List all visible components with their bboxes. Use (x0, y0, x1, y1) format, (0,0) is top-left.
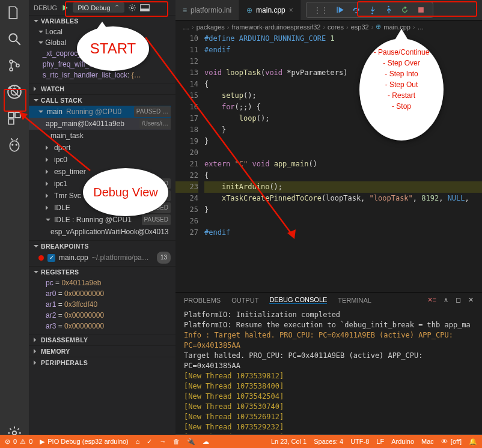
debug-toolbar: ⋮⋮ (306, 2, 433, 18)
tab-main-cpp[interactable]: ⊕main.cpp× (239, 0, 301, 20)
section-watch[interactable]: WATCH (29, 83, 175, 94)
pio-home-icon[interactable]: ⌂ (136, 438, 140, 445)
section-callstack[interactable]: CALL STACK (29, 95, 175, 106)
platformio-icon[interactable] (7, 137, 22, 153)
status-port[interactable]: 👁 [off] (441, 438, 462, 445)
tab-terminal[interactable]: TERMINAL (338, 297, 371, 304)
svg-line-17 (11, 138, 13, 140)
breakpoint-row[interactable]: ✓ main.cpp ~/.platformio/pa… 13 (38, 252, 171, 264)
debug-config-select[interactable]: PIO Debug ⌃ (73, 2, 124, 13)
svg-rect-11 (8, 112, 14, 118)
step-into-icon[interactable] (368, 5, 377, 14)
clear-console-icon[interactable]: ✕≡ (427, 296, 436, 304)
status-errors[interactable]: ⊘ 0 ⚠ 0 (5, 438, 32, 446)
stackframe[interactable]: esp_vApplicationWaitiHook@0x4013 (38, 226, 171, 238)
section-registers[interactable]: REGISTERS (29, 267, 175, 277)
svg-rect-23 (140, 8, 149, 11)
status-os[interactable]: Mac (421, 438, 434, 445)
register-row[interactable]: pc = 0x4011a9eb (38, 277, 171, 288)
tab-platformio-ini[interactable]: ≡platformio.ini (175, 0, 239, 20)
section-breakpoints[interactable]: BREAKPOINTS (29, 241, 175, 252)
svg-marker-20 (63, 5, 68, 10)
svg-point-26 (355, 12, 357, 14)
editor-tabs: ≡platformio.ini ⊕main.cpp× ⋮⋮ (175, 0, 482, 20)
status-bar: ⊘ 0 ⚠ 0 ▶ PIO Debug (esp32 arduino) ⌂ ✓ … (0, 435, 482, 448)
thread[interactable]: IDLE : Running @CPU1PAUSED (38, 214, 171, 226)
svg-point-21 (131, 7, 133, 9)
drag-handle-icon[interactable]: ⋮⋮ (314, 6, 328, 14)
extensions-icon[interactable] (7, 110, 22, 126)
svg-line-1 (16, 41, 20, 45)
stackframe[interactable]: app_main@0x4011a9eb/Users/i… (29, 118, 171, 130)
section-disassembly[interactable]: DISASSEMBLY (29, 334, 175, 345)
status-spaces[interactable]: Spaces: 4 (314, 438, 343, 445)
thread[interactable]: ipc0 (38, 154, 171, 166)
stackframe[interactable]: main_task (38, 130, 171, 142)
stop-icon[interactable] (416, 5, 426, 14)
svg-rect-13 (8, 119, 14, 124)
tab-output[interactable]: OUTPUT (231, 297, 258, 304)
gear-icon[interactable] (128, 4, 136, 12)
thread-main[interactable]: main Running @CPU0PAUSED … (29, 106, 171, 118)
section-memory[interactable]: MEMORY (29, 346, 175, 357)
svg-point-2 (10, 60, 13, 63)
svg-rect-12 (15, 112, 20, 118)
debug-console[interactable]: PlatformIO: Initialization completedPlat… (175, 307, 482, 434)
svg-rect-24 (337, 7, 337, 13)
start-debug-icon[interactable] (61, 4, 69, 12)
activity-bar (0, 0, 29, 448)
svg-point-3 (10, 68, 13, 71)
annotation-toolbar-bubble: - Pause/Continue- Step Over- Step Into- … (359, 38, 444, 141)
explorer-icon[interactable] (7, 5, 22, 20)
register-row[interactable]: ar1 = 0x3ffcdf40 (38, 299, 171, 310)
thread[interactable]: dport (38, 142, 171, 154)
pio-serial-icon[interactable]: 🔌 (187, 438, 195, 446)
pio-cloud-icon[interactable]: ☁ (203, 438, 209, 446)
bottom-panel: PROBLEMS OUTPUT DEBUG CONSOLE TERMINAL ✕… (175, 292, 482, 448)
annotation-debugview-bubble: Debug View (83, 168, 168, 216)
svg-point-27 (371, 13, 373, 14)
restart-icon[interactable] (400, 5, 409, 14)
pio-clean-icon[interactable]: 🗑 (173, 438, 180, 445)
register-row[interactable]: ar3 = 0x00000000 (38, 321, 171, 331)
step-over-icon[interactable] (352, 5, 361, 14)
register-row[interactable]: ar2 = 0x00000000 (38, 310, 171, 321)
section-peripherals[interactable]: PERIPHERALS (29, 357, 175, 368)
status-language[interactable]: Arduino (391, 438, 414, 445)
svg-point-28 (388, 6, 389, 8)
close-icon[interactable]: × (289, 6, 293, 14)
debug-icon[interactable] (7, 84, 22, 100)
step-out-icon[interactable] (384, 5, 393, 14)
svg-point-16 (16, 144, 17, 145)
svg-point-14 (10, 141, 19, 151)
register-row[interactable]: ar0 = 0x00000000 (38, 288, 171, 299)
debug-console-toggle-icon[interactable] (140, 4, 150, 12)
svg-point-15 (11, 144, 13, 145)
pio-build-icon[interactable]: ✓ (147, 438, 152, 446)
svg-point-4 (16, 64, 19, 67)
continue-icon[interactable] (335, 5, 344, 14)
maximize-panel-icon[interactable]: ◻ (456, 296, 461, 304)
variable-row[interactable]: s_rtc_isr_handler_list_lock: {… (38, 70, 171, 80)
status-encoding[interactable]: UTF-8 (350, 438, 369, 445)
tab-problems[interactable]: PROBLEMS (184, 297, 221, 304)
scm-icon[interactable] (7, 58, 22, 73)
close-panel-icon[interactable]: ✕ (468, 296, 474, 304)
tab-debug-console[interactable]: DEBUG CONSOLE (269, 296, 327, 304)
debug-title: DEBUG (34, 4, 57, 11)
status-cursor[interactable]: Ln 23, Col 1 (271, 438, 307, 445)
collapse-icon[interactable]: ∧ (444, 296, 448, 304)
pio-upload-icon[interactable]: → (159, 438, 166, 445)
status-eol[interactable]: LF (376, 438, 384, 445)
svg-line-18 (16, 138, 17, 140)
checkbox-icon[interactable]: ✓ (47, 254, 55, 262)
breadcrumbs[interactable]: …›packages›framework-arduinoespressif32›… (175, 20, 482, 33)
annotation-start-bubble: START (77, 26, 149, 71)
svg-rect-29 (418, 7, 424, 13)
status-launch[interactable]: ▶ PIO Debug (esp32 arduino) (40, 438, 129, 446)
search-icon[interactable] (7, 31, 22, 47)
svg-marker-25 (338, 7, 343, 13)
notifications-icon[interactable]: 🔔 (469, 438, 477, 446)
breakpoint-dot-icon (38, 255, 44, 261)
svg-point-0 (9, 34, 17, 41)
